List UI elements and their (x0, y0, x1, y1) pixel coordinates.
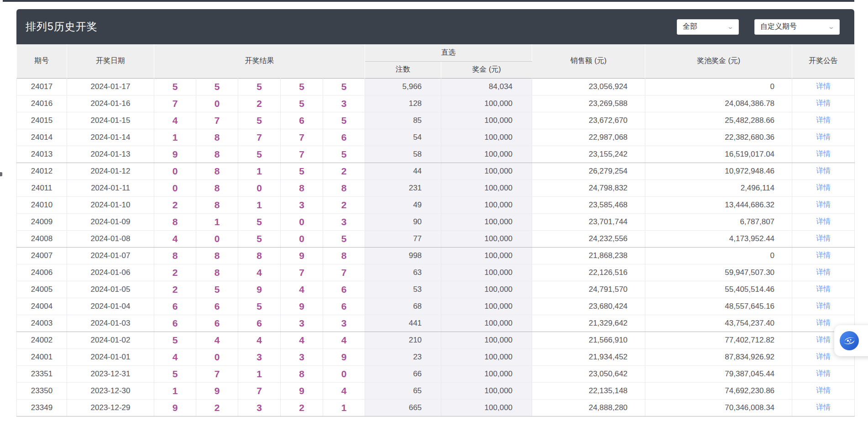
detail-cell: 详情 (792, 382, 855, 399)
type-select[interactable]: 全部 ⌄ (677, 19, 739, 35)
draw-number: 5 (323, 78, 365, 95)
date-cell: 2024-01-04 (67, 298, 154, 315)
draw-number: 6 (281, 112, 323, 129)
table-row: 24011 2024-01-11 0 8 0 8 8 231 100,000 2… (17, 179, 855, 196)
draw-number: 9 (281, 382, 323, 399)
detail-link[interactable]: 详情 (816, 184, 831, 191)
table-row: 24014 2024-01-14 1 8 7 7 6 54 100,000 22… (17, 129, 855, 146)
detail-link[interactable]: 详情 (816, 268, 831, 276)
panel-header: 排列5历史开奖 全部 ⌄ 自定义期号 ⌄ (16, 9, 854, 44)
sales-cell: 22,987,068 (532, 129, 645, 146)
draw-number: 0 (238, 179, 281, 196)
bets-cell: 23 (365, 348, 441, 365)
date-cell: 2024-01-14 (67, 129, 154, 146)
header-zhixuan-group: 直选 (365, 44, 532, 61)
floating-widget-button[interactable] (834, 325, 868, 356)
detail-link[interactable]: 详情 (816, 116, 831, 124)
detail-link[interactable]: 详情 (816, 369, 831, 377)
jackpot-cell: 24,084,386.78 (645, 95, 792, 112)
detail-link[interactable]: 详情 (816, 82, 831, 90)
detail-link[interactable]: 详情 (816, 200, 831, 208)
jackpot-cell: 59,947,507.30 (645, 264, 792, 281)
draw-number: 0 (323, 365, 365, 382)
period-cell: 24009 (17, 213, 67, 230)
header-announcement: 开奖公告 (792, 44, 855, 78)
detail-cell: 详情 (792, 146, 855, 163)
date-cell: 2024-01-16 (67, 95, 154, 112)
detail-link[interactable]: 详情 (816, 251, 831, 259)
date-cell: 2024-01-11 (67, 179, 154, 196)
chevron-down-icon: ⌄ (727, 23, 734, 30)
period-select[interactable]: 自定义期号 ⌄ (754, 19, 840, 35)
draw-number: 2 (323, 196, 365, 213)
draw-number: 5 (238, 78, 281, 95)
period-cell: 23349 (17, 399, 67, 416)
detail-link[interactable]: 详情 (816, 353, 831, 360)
detail-link[interactable]: 详情 (816, 285, 831, 293)
period-cell: 24017 (17, 78, 67, 95)
results-table: 期号 开奖日期 开奖结果 直选 销售额 (元) 奖池奖金 (元) 开奖公告 注数… (16, 44, 855, 416)
prize-cell: 100,000 (441, 146, 532, 163)
type-select-value: 全部 (683, 22, 697, 32)
date-cell: 2024-01-10 (67, 196, 154, 213)
lottery-history-panel: 排列5历史开奖 全部 ⌄ 自定义期号 ⌄ 期号 开奖日期 开奖结果 直选 (16, 9, 854, 416)
detail-link[interactable]: 详情 (816, 302, 831, 310)
draw-number: 7 (281, 264, 323, 281)
prize-cell: 100,000 (441, 365, 532, 382)
draw-number: 4 (281, 281, 323, 298)
sales-cell: 21,934,452 (532, 348, 645, 365)
draw-number: 3 (281, 348, 323, 365)
detail-cell: 详情 (792, 163, 855, 179)
draw-number: 2 (154, 281, 196, 298)
table-row: 24003 2024-01-03 6 6 6 3 3 441 100,000 2… (17, 315, 855, 332)
sales-cell: 24,232,556 (532, 230, 645, 247)
table-row: 24010 2024-01-10 2 8 1 3 2 49 100,000 23… (17, 196, 855, 213)
period-cell: 24007 (17, 247, 67, 264)
detail-link[interactable]: 详情 (816, 167, 831, 174)
detail-link[interactable]: 详情 (816, 403, 831, 411)
prize-cell: 100,000 (441, 281, 532, 298)
bets-cell: 665 (365, 399, 441, 416)
prize-cell: 100,000 (441, 213, 532, 230)
sales-cell: 26,279,254 (532, 163, 645, 179)
header-jackpot: 奖池奖金 (元) (645, 44, 792, 78)
table-row: 23351 2023-12-31 5 7 1 8 0 66 100,000 23… (17, 365, 855, 382)
detail-cell: 详情 (792, 365, 855, 382)
sales-cell: 22,126,516 (532, 264, 645, 281)
draw-number: 5 (154, 365, 196, 382)
draw-number: 8 (323, 247, 365, 264)
draw-number: 1 (154, 382, 196, 399)
draw-number: 5 (323, 112, 365, 129)
prize-cell: 100,000 (441, 179, 532, 196)
bets-cell: 54 (365, 129, 441, 146)
draw-number: 8 (196, 196, 238, 213)
detail-link[interactable]: 详情 (816, 336, 831, 343)
detail-link[interactable]: 详情 (816, 99, 831, 107)
draw-number: 1 (238, 163, 281, 179)
bets-cell: 68 (365, 298, 441, 315)
detail-cell: 详情 (792, 179, 855, 196)
draw-number: 8 (196, 247, 238, 264)
draw-number: 0 (196, 348, 238, 365)
period-cell: 24016 (17, 95, 67, 112)
detail-link[interactable]: 详情 (816, 319, 831, 327)
sales-cell: 23,050,642 (532, 365, 645, 382)
jackpot-cell: 79,387,045.44 (645, 365, 792, 382)
date-cell: 2024-01-02 (67, 332, 154, 348)
draw-number: 8 (154, 213, 196, 230)
draw-number: 5 (281, 163, 323, 179)
detail-link[interactable]: 详情 (816, 386, 831, 394)
detail-link[interactable]: 详情 (816, 217, 831, 225)
period-cell: 23350 (17, 382, 67, 399)
detail-link[interactable]: 详情 (816, 150, 831, 158)
results-table-head: 期号 开奖日期 开奖结果 直选 销售额 (元) 奖池奖金 (元) 开奖公告 注数… (17, 44, 855, 78)
detail-link[interactable]: 详情 (816, 234, 831, 242)
draw-number: 8 (154, 247, 196, 264)
jackpot-cell: 16,519,017.04 (645, 146, 792, 163)
prize-cell: 84,034 (441, 78, 532, 95)
bets-cell: 441 (365, 315, 441, 332)
draw-number: 8 (281, 365, 323, 382)
period-cell: 24015 (17, 112, 67, 129)
draw-number: 4 (323, 332, 365, 348)
detail-link[interactable]: 详情 (816, 133, 831, 141)
